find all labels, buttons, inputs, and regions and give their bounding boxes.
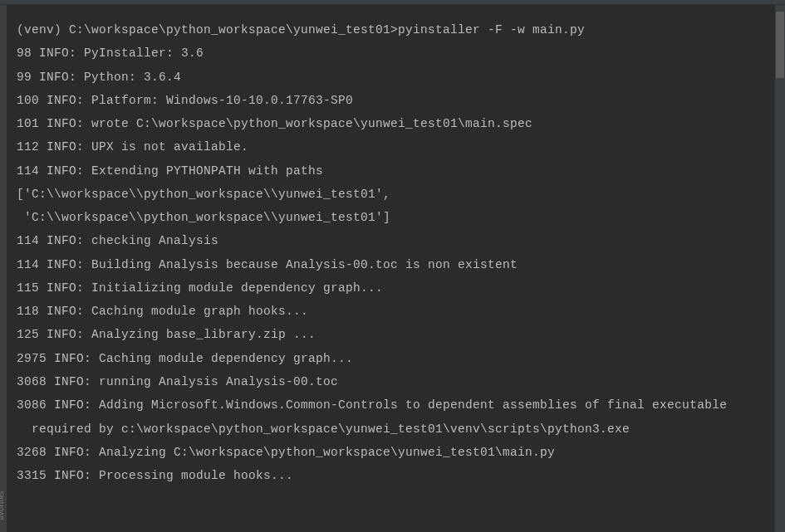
terminal-line: 2975 INFO: Caching module dependency gra… (17, 347, 768, 370)
terminal-line: 100 INFO: Platform: Windows-10-10.0.1776… (17, 89, 768, 112)
terminal-line: 99 INFO: Python: 3.6.4 (17, 66, 768, 89)
left-rail: avorites (0, 5, 7, 532)
terminal-line: 114 INFO: Extending PYTHONPATH with path… (17, 159, 768, 183)
terminal-line: 114 INFO: checking Analysis (17, 229, 768, 252)
scrollbar-thumb[interactable] (776, 12, 784, 78)
terminal-line: required by c:\workspace\python_workspac… (17, 417, 768, 441)
terminal-line: 118 INFO: Caching module graph hooks... (17, 300, 768, 323)
terminal-line: 101 INFO: wrote C:\workspace\python_work… (17, 112, 768, 135)
scrollbar-track[interactable] (775, 5, 785, 532)
terminal-line: 112 INFO: UPX is not available. (17, 135, 768, 159)
terminal-line: 3086 INFO: Adding Microsoft.Windows.Comm… (17, 393, 768, 417)
terminal-line: ['C:\\workspace\\python_workspace\\yunwe… (17, 183, 768, 206)
terminal-line: 114 INFO: Building Analysis because Anal… (17, 253, 768, 276)
terminal-line: 125 INFO: Analyzing base_library.zip ... (17, 323, 768, 346)
terminal-line: 3068 INFO: running Analysis Analysis-00.… (17, 370, 768, 393)
terminal-line: 3315 INFO: Processing module hooks... (17, 464, 768, 487)
side-label[interactable]: avorites (0, 491, 5, 520)
terminal-line: 98 INFO: PyInstaller: 3.6 (17, 41, 768, 65)
terminal-output[interactable]: (venv) C:\workspace\python_workspace\yun… (0, 5, 785, 500)
terminal-line: 115 INFO: Initializing module dependency… (17, 276, 768, 300)
terminal-line: (venv) C:\workspace\python_workspace\yun… (17, 18, 768, 41)
terminal-line: 'C:\\workspace\\python_workspace\\yunwei… (17, 206, 768, 229)
terminal-line: 3268 INFO: Analyzing C:\workspace\python… (17, 441, 768, 464)
